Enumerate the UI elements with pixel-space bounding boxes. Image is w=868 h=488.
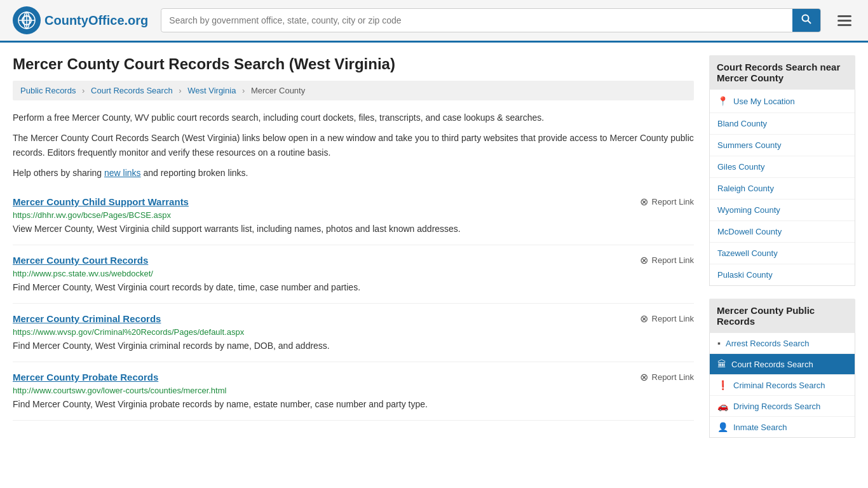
public-records-section: Mercer County Public Records ▪ Arrest Re… — [709, 299, 855, 438]
page-title: Mercer County Court Records Search (West… — [13, 55, 694, 73]
nearby-county-item[interactable]: Tazewell County — [710, 243, 855, 264]
public-records-item[interactable]: 👤 Inmate Search — [710, 417, 855, 437]
record-title[interactable]: Mercer County Court Records — [13, 255, 148, 266]
records-list: Mercer County Child Support Warrants ⊗ R… — [13, 187, 694, 421]
logo-icon — [13, 6, 41, 34]
nearby-county-item[interactable]: Wyoming County — [710, 200, 855, 221]
search-input[interactable] — [161, 10, 792, 30]
record-type-icon: 🏛 — [717, 359, 726, 369]
svg-point-5 — [803, 15, 809, 22]
record-type-label: Criminal Records Search — [733, 381, 825, 390]
record-url[interactable]: http://www.psc.state.wv.us/webdocket/ — [13, 269, 694, 278]
use-my-location[interactable]: 📍 Use My Location — [710, 90, 855, 113]
nearby-counties-section: Court Records Search near Mercer County … — [709, 55, 855, 286]
report-link-button[interactable]: ⊗ Report Link — [640, 313, 694, 325]
breadcrumb: Public Records › Court Records Search › … — [13, 81, 694, 100]
nearby-counties-list: 📍 Use My Location Bland CountySummers Co… — [709, 90, 855, 286]
record-entry: Mercer County Probate Records ⊗ Report L… — [13, 362, 694, 421]
record-type-icon: ❗ — [717, 380, 728, 390]
description-2: The Mercer County Court Records Search (… — [13, 131, 694, 159]
breadcrumb-separator: › — [242, 86, 245, 95]
record-entry: Mercer County Criminal Records ⊗ Report … — [13, 304, 694, 362]
hamburger-menu-button[interactable] — [834, 11, 855, 30]
nearby-county-item[interactable]: Bland County — [710, 113, 855, 135]
record-type-icon: 🚗 — [717, 401, 728, 411]
record-type-label: Arrest Records Search — [726, 339, 810, 348]
record-type-label: Inmate Search — [733, 423, 787, 432]
search-button[interactable] — [792, 9, 820, 32]
record-entry: Mercer County Child Support Warrants ⊗ R… — [13, 187, 694, 245]
sidebar: Court Records Search near Mercer County … — [709, 55, 855, 451]
breadcrumb-state[interactable]: West Virginia — [187, 86, 236, 95]
record-url[interactable]: http://www.courtswv.gov/lower-courts/cou… — [13, 386, 694, 395]
breadcrumb-separator: › — [82, 86, 85, 95]
record-title[interactable]: Mercer County Child Support Warrants — [13, 196, 189, 207]
nearby-county-item[interactable]: Summers County — [710, 135, 855, 156]
description-3: Help others by sharing new links and rep… — [13, 166, 694, 180]
report-label: Report Link — [652, 314, 694, 323]
report-icon: ⊗ — [640, 254, 648, 266]
nearby-county-link[interactable]: Wyoming County — [717, 205, 780, 215]
breadcrumb-court-records[interactable]: Court Records Search — [91, 86, 173, 95]
record-type-icon: ▪ — [717, 338, 721, 348]
description-1: Perform a free Mercer County, WV public … — [13, 111, 694, 125]
nearby-county-link[interactable]: Tazewell County — [717, 248, 778, 258]
menu-line — [837, 24, 851, 26]
page-content: Mercer County Court Records Search (West… — [0, 43, 868, 463]
public-records-item[interactable]: ▪ Arrest Records Search — [710, 333, 855, 354]
report-icon: ⊗ — [640, 371, 648, 383]
site-header: CountyOffice.org — [0, 0, 868, 43]
breadcrumb-public-records[interactable]: Public Records — [20, 86, 76, 95]
nearby-county-link[interactable]: Summers County — [717, 140, 781, 150]
nearby-county-link[interactable]: Pulaski County — [717, 270, 773, 280]
breadcrumb-current: Mercer County — [251, 86, 305, 95]
search-bar — [161, 8, 821, 32]
public-records-list: ▪ Arrest Records Search 🏛 Court Records … — [709, 333, 855, 438]
report-label: Report Link — [652, 255, 694, 265]
public-records-header: Mercer County Public Records — [709, 299, 855, 333]
record-header: Mercer County Probate Records ⊗ Report L… — [13, 371, 694, 383]
record-title[interactable]: Mercer County Probate Records — [13, 372, 158, 383]
svg-line-6 — [808, 21, 811, 24]
report-link-button[interactable]: ⊗ Report Link — [640, 254, 694, 266]
record-description: Find Mercer County, West Virginia crimin… — [13, 339, 694, 353]
report-link-button[interactable]: ⊗ Report Link — [640, 371, 694, 383]
record-header: Mercer County Criminal Records ⊗ Report … — [13, 313, 694, 325]
main-content: Mercer County Court Records Search (West… — [13, 55, 694, 451]
record-url[interactable]: https://dhhr.wv.gov/bcse/Pages/BCSE.aspx — [13, 210, 694, 220]
record-description: Find Mercer County, West Virginia probat… — [13, 398, 694, 411]
record-type-icon: 👤 — [717, 422, 728, 432]
public-records-item[interactable]: 🚗 Driving Records Search — [710, 396, 855, 417]
record-header: Mercer County Court Records ⊗ Report Lin… — [13, 254, 694, 266]
logo-text: CountyOffice.org — [44, 13, 148, 28]
record-entry: Mercer County Court Records ⊗ Report Lin… — [13, 245, 694, 304]
record-title[interactable]: Mercer County Criminal Records — [13, 313, 161, 324]
record-description: Find Mercer County, West Virginia court … — [13, 281, 694, 294]
nearby-county-link[interactable]: McDowell County — [717, 227, 782, 236]
nearby-county-link[interactable]: Giles County — [717, 162, 764, 172]
use-location-link[interactable]: Use My Location — [733, 97, 795, 106]
nearby-county-item[interactable]: McDowell County — [710, 221, 855, 243]
record-type-label: Driving Records Search — [733, 402, 820, 411]
record-header: Mercer County Child Support Warrants ⊗ R… — [13, 196, 694, 208]
nearby-county-item[interactable]: Pulaski County — [710, 264, 855, 285]
record-type-label: Court Records Search — [731, 360, 813, 369]
report-label: Report Link — [652, 372, 694, 382]
report-icon: ⊗ — [640, 196, 648, 208]
report-icon: ⊗ — [640, 313, 648, 325]
report-link-button[interactable]: ⊗ Report Link — [640, 196, 694, 208]
site-logo[interactable]: CountyOffice.org — [13, 6, 148, 34]
record-url[interactable]: https://www.wvsp.gov/Criminal%20Records/… — [13, 327, 694, 337]
nearby-county-item[interactable]: Raleigh County — [710, 178, 855, 200]
nearby-counties-header: Court Records Search near Mercer County — [709, 55, 855, 90]
breadcrumb-separator: › — [179, 86, 181, 95]
public-records-item[interactable]: ❗ Criminal Records Search — [710, 375, 855, 396]
nearby-county-link[interactable]: Bland County — [717, 119, 767, 128]
report-label: Report Link — [652, 197, 694, 207]
menu-line — [837, 20, 851, 22]
new-links-link[interactable]: new links — [104, 168, 141, 178]
public-records-item[interactable]: 🏛 Court Records Search — [710, 354, 855, 375]
nearby-counties-items: Bland CountySummers CountyGiles CountyRa… — [710, 113, 855, 285]
nearby-county-item[interactable]: Giles County — [710, 156, 855, 178]
nearby-county-link[interactable]: Raleigh County — [717, 184, 774, 193]
